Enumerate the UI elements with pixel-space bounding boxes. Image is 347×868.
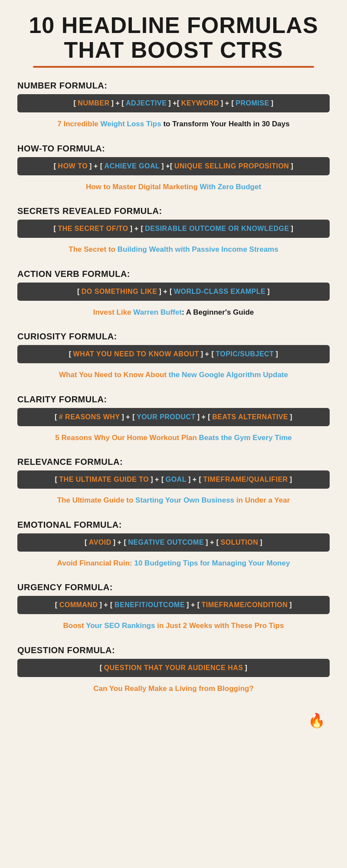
formula-label-relevance: Relevance Formula: — [17, 457, 330, 467]
example-segment: How to Master Digital Marketing — [86, 183, 198, 191]
example-segment: Can You Really Make a Living from Bloggi… — [93, 684, 254, 693]
formula-section-relevance: Relevance Formula:[The Ultimate Guide To… — [17, 457, 330, 508]
formula-part: The Secret Of/To — [58, 225, 128, 233]
example-segment: Weight Loss Tips — [98, 120, 161, 128]
formula-part: + [ — [205, 350, 214, 358]
formula-part: + — [115, 99, 120, 107]
formula-part: ] — [290, 476, 292, 483]
formula-part: [ — [69, 350, 72, 358]
formula-part: Topic/Subject — [216, 350, 274, 358]
formula-part: ] — [275, 350, 278, 358]
formula-part: ] — [271, 99, 274, 107]
formula-part: Benefit/Outcome — [115, 601, 185, 609]
formula-part: [ — [85, 539, 87, 546]
formula-part: + [ — [134, 225, 144, 233]
example-segment: With Zero Budget — [198, 183, 261, 191]
formula-section-howto: How-To Formula:[How To] + [Achieve Goal]… — [17, 144, 330, 194]
formula-part: World-Class Example — [174, 288, 265, 296]
example-segment: 7 Incredible — [57, 120, 98, 128]
formula-bar-actionverb: [Do Something Like] + [World-Class Examp… — [17, 283, 330, 301]
formula-label-number: Number Formula: — [17, 81, 330, 91]
formula-bar-curiosity: [What You Need To Know About] + [Topic/S… — [17, 345, 330, 363]
formula-part: ] — [260, 539, 262, 546]
formula-part: ] — [130, 225, 133, 233]
formula-example-number: 7 Incredible Weight Loss Tips to Transfo… — [17, 117, 330, 132]
formula-part: Do Something Like — [82, 288, 157, 296]
formula-part: Unique Selling Proposition — [174, 162, 289, 170]
formula-bar-relevance: [The Ultimate Guide To] + [Goal] + [Time… — [17, 470, 330, 489]
formula-part: ] — [206, 539, 208, 546]
formula-example-howto: How to Master Digital Marketing With Zer… — [17, 180, 330, 194]
formula-part: ] — [201, 350, 203, 358]
formula-example-relevance: The Ultimate Guide to Starting Your Own … — [17, 493, 330, 508]
formula-part: + [ — [225, 99, 234, 107]
formula-part: Solution — [221, 539, 259, 546]
formula-example-urgency: Boost Your SEO Rankings in Just 2 Weeks … — [17, 618, 330, 633]
formula-part: Keyword — [181, 99, 219, 107]
formula-part: Negative Outcome — [128, 539, 204, 546]
example-segment: Starting Your Own Business — [133, 496, 234, 504]
formula-bar-emotional: [Avoid] + [Negative Outcome] + [Solution… — [17, 533, 330, 552]
formula-part: Desirable Outcome or Knowledge — [145, 225, 289, 233]
formula-part: + [ — [210, 539, 219, 546]
formula-section-number: Number Formula:[Number] + [Adjective] +[… — [17, 81, 330, 132]
formula-example-actionverb: Invest Like Warren Buffet: A Beginner's … — [17, 305, 330, 320]
formula-part: [ — [55, 476, 58, 483]
formula-part: [ — [55, 601, 58, 609]
formula-part: [ — [74, 99, 76, 107]
formula-section-curiosity: Curiosity Formula:[What You Need To Know… — [17, 332, 330, 382]
example-segment: the New Google Algorithm Update — [167, 371, 288, 379]
formula-part: + [ — [104, 601, 113, 609]
example-segment: to Transform Your Health in 30 Days — [161, 120, 290, 128]
example-segment: 5 Reasons Why Our Home Workout Plan — [55, 434, 197, 442]
formula-part: [ — [54, 162, 56, 170]
example-segment: The Ultimate Guide to — [57, 496, 134, 504]
formula-part: [ — [100, 664, 102, 672]
formula-label-curiosity: Curiosity Formula: — [17, 332, 330, 342]
formula-label-actionverb: Action Verb Formula: — [17, 269, 330, 279]
formula-part: ] — [113, 539, 116, 546]
formula-part: Timeframe/Condition — [202, 601, 288, 609]
formula-part: The Ultimate Guide To — [59, 476, 149, 483]
formula-part: ] — [221, 99, 223, 107]
formula-part: + [ — [155, 476, 164, 483]
formula-label-clarity: Clarity Formula: — [17, 395, 330, 404]
formula-section-emotional: Emotional Formula:[Avoid] + [Negative Ou… — [17, 520, 330, 571]
formula-part: ] — [188, 476, 191, 483]
example-segment: Your SEO Rankings — [84, 621, 155, 630]
formula-part: [ — [77, 288, 80, 296]
formula-part: Your Product — [137, 413, 196, 421]
formula-part: +[ — [166, 162, 173, 170]
formula-part: + [ — [202, 413, 211, 421]
example-segment: The Secret to — [69, 245, 115, 253]
formula-part: Avoid — [89, 539, 111, 546]
formula-label-urgency: Urgency Formula: — [17, 582, 330, 592]
formula-part: ] — [197, 413, 200, 421]
formula-example-clarity: 5 Reasons Why Our Home Workout Plan Beat… — [17, 431, 330, 445]
formula-part: Achieve Goal — [105, 162, 160, 170]
formula-part: Adjective — [126, 99, 167, 107]
formula-part: ] — [291, 225, 294, 233]
formula-part: [ — [55, 413, 57, 421]
formula-part: Question That Your Audience Has — [104, 664, 243, 672]
formula-part: ] — [161, 162, 164, 170]
formula-section-urgency: Urgency Formula:[Command] + [Benefit/Out… — [17, 582, 330, 633]
formula-section-secrets: Secrets Revealed Formula:[The Secret Of/… — [17, 206, 330, 257]
formula-part: ] — [289, 601, 292, 609]
formula-part: Promise — [236, 99, 269, 107]
formula-bar-howto: [How To] + [Achieve Goal] +[Unique Selli… — [17, 157, 330, 175]
formula-part: ] — [89, 162, 92, 170]
formula-part: ] — [151, 476, 153, 483]
example-segment: in Just 2 Weeks with These Pro Tips — [155, 621, 284, 630]
formula-part: Number — [78, 99, 109, 107]
formula-part: How To — [58, 162, 88, 170]
fire-icon: 🔥 — [17, 708, 330, 729]
example-segment: in Under a Year — [234, 496, 290, 504]
title-divider — [33, 66, 314, 68]
example-segment: Avoid Financial Ruin: — [57, 559, 132, 567]
formula-part: ] — [290, 413, 292, 421]
example-segment: Building Wealth with Passive Income Stre… — [115, 245, 278, 253]
formula-part: + [ — [163, 288, 172, 296]
formula-section-question: Question Formula:[Question That Your Aud… — [17, 645, 330, 696]
formula-example-question: Can You Really Make a Living from Bloggi… — [17, 681, 330, 696]
